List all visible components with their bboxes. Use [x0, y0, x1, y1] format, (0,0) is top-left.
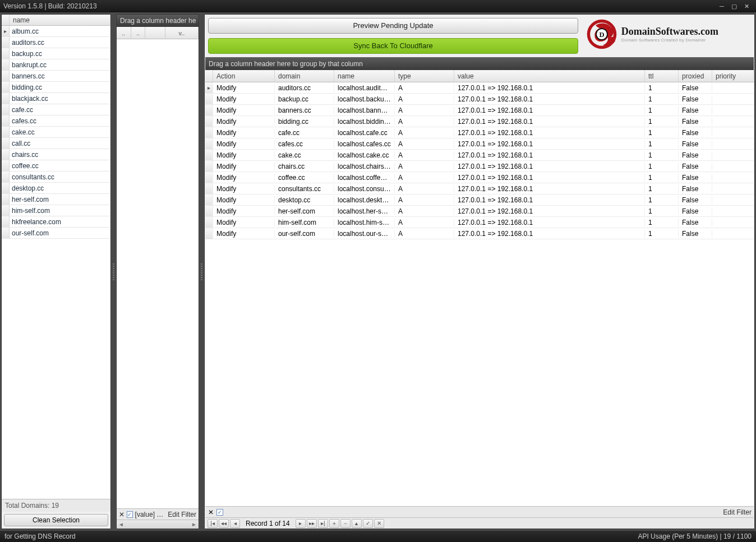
cell-name: localhost.him-self.... [334, 219, 395, 226]
nav-prev-icon[interactable]: ◂ [230, 519, 240, 528]
domain-row[interactable]: cake.cc [2, 127, 110, 138]
cell-value: 127.0.0.1 => 192.168.0.1 [454, 196, 645, 204]
domain-row[interactable]: coffee.cc [2, 160, 110, 172]
cell-name: localhost.cafe.cc [334, 129, 395, 137]
records-filter-checkbox[interactable]: ✓ [216, 509, 223, 516]
brand-title: DomainSoftwares.com [621, 26, 718, 38]
middle-filter-checkbox[interactable]: ✓ [127, 511, 132, 518]
col-name[interactable]: name [334, 70, 395, 82]
domain-name: auditors.cc [10, 39, 47, 47]
domain-name: call.cc [10, 140, 33, 147]
record-row[interactable]: Modifydesktop.cclocalhost.desktop...A127… [205, 194, 754, 206]
row-indicator-header [205, 70, 213, 82]
domain-row[interactable]: ▸album.cc [2, 26, 110, 37]
cell-ttl: 1 [645, 196, 679, 204]
nav-edit-icon[interactable]: ▴ [352, 519, 362, 528]
domain-row[interactable]: hkfreelance.com [2, 216, 110, 228]
domain-row[interactable]: consultants.cc [2, 172, 110, 183]
col-proxied[interactable]: proxied [679, 70, 712, 82]
domain-row[interactable]: bankrupt.cc [2, 59, 110, 71]
domain-row[interactable]: her-self.com [2, 194, 110, 205]
row-indicator-icon [2, 127, 10, 137]
domain-row[interactable]: desktop.cc [2, 183, 110, 194]
middle-edit-filter-link[interactable]: Edit Filter [168, 511, 196, 518]
record-row[interactable]: Modifycafe.cclocalhost.cafe.ccA127.0.0.1… [205, 127, 754, 138]
middle-col[interactable]: .. [131, 27, 146, 39]
record-row[interactable]: Modifyconsultants.cclocalhost.consulta..… [205, 183, 754, 194]
cell-action: Modify [213, 207, 275, 215]
middle-col[interactable]: v.. [165, 27, 199, 39]
preview-pending-update-button[interactable]: Preview Pending Update [208, 18, 578, 34]
records-body[interactable]: ▸Modifyauditors.cclocalhost.auditors...A… [205, 82, 754, 506]
col-action[interactable]: Action [213, 70, 275, 82]
domain-row[interactable]: chairs.cc [2, 149, 110, 160]
records-edit-filter-link[interactable]: Edit Filter [723, 508, 752, 516]
domain-row[interactable]: him-self.com [2, 205, 110, 216]
domain-row[interactable]: backup.cc [2, 48, 110, 59]
domains-header-name[interactable]: name [10, 15, 110, 25]
record-row[interactable]: Modifyour-self.comlocalhost.our-self....… [205, 228, 754, 239]
record-row[interactable]: Modifycafes.cclocalhost.cafes.ccA127.0.0… [205, 138, 754, 150]
record-row[interactable]: ▸Modifyauditors.cclocalhost.auditors...A… [205, 82, 754, 94]
domain-row[interactable]: call.cc [2, 138, 110, 149]
scroll-right-icon[interactable]: ► [190, 521, 199, 527]
cell-type: A [395, 151, 454, 159]
domain-row[interactable]: our-self.com [2, 228, 110, 239]
cell-domain: cake.cc [275, 151, 334, 159]
record-row[interactable]: Modifybackup.cclocalhost.backup.ccA127.0… [205, 94, 754, 105]
sync-back-button[interactable]: Sync Back To Cloudflare [208, 38, 578, 54]
record-row[interactable]: Modifycoffee.cclocalhost.coffee.ccA127.0… [205, 172, 754, 183]
col-value[interactable]: value [454, 70, 645, 82]
domain-row[interactable]: cafes.cc [2, 115, 110, 127]
domains-list[interactable]: ▸album.ccauditors.ccbackup.ccbankrupt.cc… [2, 26, 110, 499]
row-indicator-icon [205, 150, 213, 160]
maximize-button[interactable]: ▢ [728, 2, 740, 10]
records-filter-close-icon[interactable]: ✕ [208, 508, 214, 516]
nav-commit-icon[interactable]: ✓ [363, 519, 373, 528]
row-indicator-icon [2, 149, 10, 160]
middle-col[interactable]: .. [117, 27, 131, 39]
col-domain[interactable]: domain [275, 70, 334, 82]
nav-next-icon[interactable]: ▸ [296, 519, 306, 528]
records-group-hint[interactable]: Drag a column header here to group by th… [205, 58, 754, 70]
cell-domain: auditors.cc [275, 84, 334, 92]
nav-remove-icon[interactable]: － [340, 519, 351, 528]
middle-filter-close-icon[interactable]: ✕ [119, 511, 125, 518]
close-button[interactable]: ✕ [740, 2, 753, 10]
domain-row[interactable]: cafe.cc [2, 104, 110, 115]
col-ttl[interactable]: ttl [645, 70, 679, 82]
nav-first-icon[interactable]: |◂ [208, 519, 218, 528]
nav-nextpage-icon[interactable]: ▸▸ [307, 519, 317, 528]
record-row[interactable]: Modifycake.cclocalhost.cake.ccA127.0.0.1… [205, 150, 754, 161]
nav-cancel-icon[interactable]: ✕ [374, 519, 384, 528]
cell-proxied: False [679, 84, 712, 92]
record-row[interactable]: Modifychairs.cclocalhost.chairs.ccA127.0… [205, 161, 754, 172]
domain-row[interactable]: blackjack.cc [2, 93, 110, 104]
domain-row[interactable]: banners.cc [2, 71, 110, 82]
record-row[interactable]: Modifybanners.cclocalhost.banners...A127… [205, 105, 754, 116]
cell-ttl: 1 [645, 118, 679, 126]
scroll-left-icon[interactable]: ◄ [117, 521, 126, 527]
nav-last-icon[interactable]: ▸| [318, 519, 328, 528]
cell-type: A [395, 163, 454, 170]
col-priority[interactable]: priority [712, 70, 754, 82]
splitter-left[interactable] [112, 14, 115, 529]
cell-ttl: 1 [645, 84, 679, 92]
middle-col[interactable] [145, 27, 165, 39]
record-row[interactable]: Modifyhim-self.comlocalhost.him-self....… [205, 217, 754, 228]
cell-type: A [395, 174, 454, 182]
record-row[interactable]: Modifyher-self.comlocalhost.her-self....… [205, 206, 754, 217]
splitter-right[interactable] [200, 14, 203, 529]
domains-panel: name ▸album.ccauditors.ccbackup.ccbankru… [1, 14, 111, 529]
svg-text:D: D [599, 31, 604, 39]
col-type[interactable]: type [395, 70, 454, 82]
domain-row[interactable]: bidding.cc [2, 82, 110, 93]
clean-selection-button[interactable]: Clean Selection [4, 514, 108, 526]
nav-prevpage-icon[interactable]: ◂◂ [219, 519, 229, 528]
minimize-button[interactable]: ─ [716, 2, 728, 10]
nav-add-icon[interactable]: ＋ [329, 519, 339, 528]
middle-scrollbar[interactable]: ◄ ► [117, 520, 199, 529]
domain-row[interactable]: auditors.cc [2, 37, 110, 48]
middle-group-hint[interactable]: Drag a column header he [117, 15, 199, 27]
record-row[interactable]: Modifybidding.cclocalhost.bidding.ccA127… [205, 116, 754, 127]
